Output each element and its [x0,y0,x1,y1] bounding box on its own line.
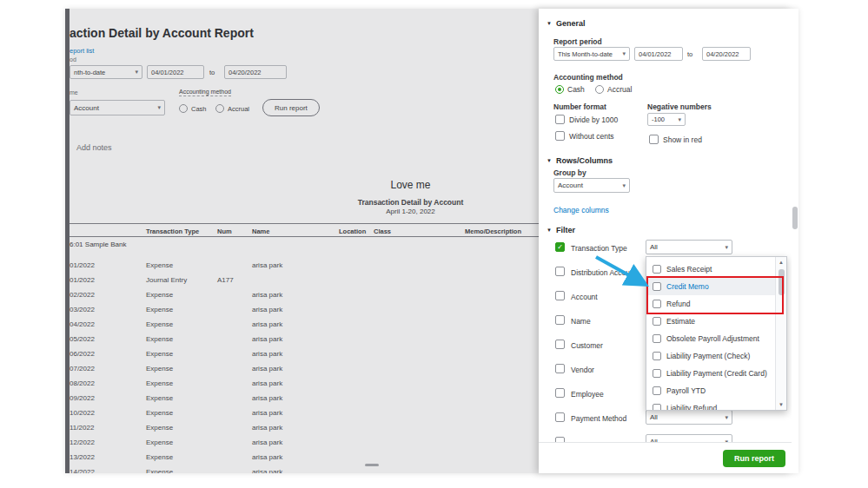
caret-down-icon: ▾ [678,116,681,123]
checkbox-icon[interactable] [653,369,661,378]
divide-by-1000-label: Divide by 1000 [569,115,618,124]
section-filter[interactable]: ▼ Filter [547,226,575,234]
radio-selected-icon [555,85,564,94]
checkbox-icon[interactable] [653,265,661,274]
page-scrollbar[interactable] [792,9,798,473]
popup-scrollbar[interactable]: ▲ ▼ [775,257,786,410]
collapse-caret-icon: ▼ [547,158,552,163]
filter-value-dropdown[interactable]: All▾ [646,240,732,254]
checkbox-icon [649,135,659,144]
screen-root: action Detail by Account Report eport li… [0,0,868,488]
popup-scrollbar-thumb[interactable] [779,269,785,295]
dropdown-value: All [650,413,658,421]
panel-group-by-value: Account [558,181,583,189]
checkbox-icon[interactable] [653,334,661,343]
checkbox-icon[interactable] [653,300,661,308]
option-label: Sales Receipt [666,265,712,274]
checkbox-icon[interactable] [653,404,661,411]
caret-down-icon: ▾ [622,182,626,189]
negative-numbers-label: Negative numbers [647,102,712,111]
panel-period-dropdown[interactable]: This Month-to-date ▾ [553,47,630,61]
panel-cash-label: Cash [567,85,585,94]
negative-format-dropdown[interactable]: -100 ▾ [647,113,686,126]
section-rows-columns-title: Rows/Columns [556,156,613,165]
panel-period-value: This Month-to-date [558,50,613,58]
dropdown-option[interactable]: Liability Refund [646,399,775,411]
dropdown-option[interactable]: Obsolete Payroll Adjustment [646,330,775,347]
page-scrollbar-thumb[interactable] [792,207,798,229]
checkbox-icon[interactable] [555,340,565,349]
checkbox-icon[interactable] [653,317,661,326]
divide-by-1000-checkbox[interactable]: Divide by 1000 [555,115,618,124]
dropdown-option[interactable]: Liability Payment (Check) [646,347,775,365]
option-label: Liability Payment (Check) [666,352,750,360]
checkbox-icon[interactable] [653,352,661,360]
checkbox-icon[interactable] [555,267,565,276]
dropdown-option[interactable]: Estimate [646,313,775,330]
panel-date-to-input[interactable]: 04/20/2022 [702,47,751,61]
checkbox-icon[interactable] [653,282,661,291]
show-in-red-checkbox[interactable]: Show in red [649,135,702,144]
caret-down-icon: ▾ [725,414,728,421]
filter-label: Employee [571,390,604,399]
dropdown-option[interactable]: Refund [646,295,775,313]
option-label: Obsolete Payroll Adjustment [666,334,759,343]
dropdown-option-list: Sales ReceiptCredit MemoRefundEstimateOb… [646,260,786,411]
checkbox-icon[interactable] [555,315,565,325]
run-report-button[interactable]: Run report [723,450,785,467]
panel-to-label: to [687,50,692,58]
checkbox-icon[interactable] [555,364,565,373]
section-rows-columns[interactable]: ▼ Rows/Columns [547,156,613,165]
horizontal-scrollbar-thumb[interactable] [365,464,379,466]
collapse-caret-icon: ▼ [547,228,552,233]
caret-down-icon: ▾ [622,50,626,57]
scroll-down-icon[interactable]: ▼ [779,402,784,407]
option-label: Payroll YTD [666,386,706,395]
checkbox-icon [555,115,565,124]
option-label: Refund [666,300,690,308]
checkbox-checked-icon[interactable]: ✓ [555,242,565,252]
radio-icon [595,85,604,94]
change-columns-link[interactable]: Change columns [553,206,609,214]
checkbox-icon[interactable] [653,386,661,395]
panel-footer: Run report [539,442,792,473]
without-cents-checkbox[interactable]: Without cents [555,131,614,141]
panel-group-by-dropdown[interactable]: Account ▾ [553,178,630,193]
filter-label: Customer [571,341,603,350]
panel-report-period-label: Report period [553,37,602,46]
checkbox-icon[interactable] [555,291,565,300]
filter-label: Distribution Account [571,268,636,277]
checkbox-icon [555,131,565,141]
panel-cash-radio[interactable]: Cash [555,85,585,94]
panel-accrual-label: Accrual [607,85,632,94]
panel-accrual-radio[interactable]: Accrual [595,85,632,94]
panel-group-by-label: Group by [553,168,586,177]
scroll-up-icon[interactable]: ▲ [779,260,784,265]
filter-value-dropdown[interactable]: All▾ [646,410,732,425]
collapse-caret-icon: ▼ [547,21,552,26]
checkbox-icon[interactable] [555,388,565,398]
app-window: action Detail by Account Report eport li… [65,9,798,473]
section-general[interactable]: ▼ General [547,19,585,28]
caret-down-icon: ▾ [725,244,728,251]
section-general-title: General [556,19,586,28]
filter-label: Name [571,317,591,326]
section-filter-title: Filter [556,226,575,234]
without-cents-label: Without cents [569,132,614,141]
filter-label: Transaction Type [571,244,627,253]
show-in-red-label: Show in red [663,135,702,144]
option-label: Liability Refund [666,404,717,411]
panel-date-from-input[interactable]: 04/01/2022 [634,47,683,61]
option-label: Estimate [666,317,695,326]
option-label: Credit Memo [666,282,709,291]
panel-accounting-method-label: Accounting method [553,73,623,82]
dropdown-option[interactable]: Sales Receipt [646,260,775,278]
checkbox-icon[interactable] [555,412,565,422]
dropdown-option[interactable]: Payroll YTD [646,382,775,399]
negative-format-value: -100 [652,115,665,123]
customize-panel: ▼ General Report period This Month-to-da… [539,9,792,473]
dropdown-option[interactable]: Credit Memo [646,278,775,295]
dropdown-value: All [650,243,658,251]
filter-label: Account [571,293,598,301]
dropdown-option[interactable]: Liability Payment (Credit Card) [646,365,775,382]
